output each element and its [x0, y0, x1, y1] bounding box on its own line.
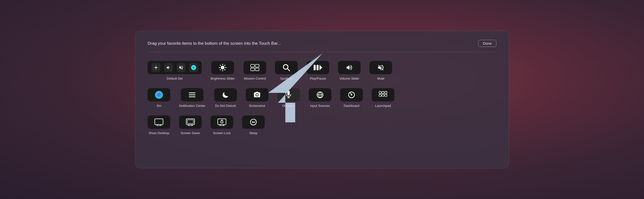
svg-point-29: [256, 94, 258, 96]
default-set-icon: [148, 61, 202, 74]
dashboard-label: Dashboard: [344, 104, 360, 108]
panel-header: Drag your favorite items to the bottom o…: [148, 40, 496, 52]
touchbar-customizer-panel: Drag your favorite items to the bottom o…: [135, 31, 509, 168]
do-not-disturb-label: Do Not Disturb: [215, 104, 236, 108]
svg-rect-16: [251, 64, 254, 67]
do-not-disturb-icon: [214, 88, 237, 101]
dashboard-icon: [340, 88, 363, 101]
grid-row-2: Siri Notification Center Do Not: [148, 88, 496, 108]
item-screen-saver[interactable]: Screen Saver: [179, 115, 202, 135]
svg-rect-39: [382, 91, 384, 94]
item-launchpad[interactable]: Launchpad: [372, 88, 394, 108]
mini-mute-icon: [176, 63, 186, 72]
svg-rect-19: [255, 68, 259, 71]
item-siri[interactable]: Siri: [148, 88, 170, 108]
sleep-icon: [242, 115, 265, 129]
mini-volume-icon: [164, 63, 173, 72]
svg-line-13: [224, 69, 225, 70]
svg-rect-44: [155, 119, 163, 125]
siri-label: Siri: [157, 104, 161, 108]
svg-rect-18: [251, 68, 254, 71]
item-dictation[interactable]: Dictation: [277, 88, 300, 108]
item-mute[interactable]: Mute: [370, 61, 392, 80]
item-sleep[interactable]: Sleep: [242, 115, 265, 135]
item-mission-control[interactable]: Mission Control: [244, 61, 266, 80]
svg-marker-24: [320, 65, 322, 70]
notification-center-label: Notification Center: [179, 104, 206, 108]
play-pause-icon: [306, 61, 329, 74]
spotlight-icon: [275, 61, 298, 74]
default-set-label: Default Set: [167, 77, 182, 80]
svg-point-1: [155, 67, 157, 69]
show-desktop-label: Show Desktop: [148, 131, 169, 135]
svg-line-15: [224, 65, 225, 66]
dictation-label: Dictation: [282, 104, 295, 108]
input-sources-icon: [309, 88, 331, 101]
volume-slider-icon: [338, 61, 360, 74]
mission-control-label: Mission Control: [244, 77, 266, 80]
screen-lock-label: Screen Lock: [213, 131, 231, 135]
svg-rect-57: [221, 121, 223, 123]
done-button[interactable]: Done: [478, 40, 496, 47]
svg-rect-17: [255, 64, 259, 67]
mini-siri-icon: [189, 63, 198, 72]
play-pause-label: Play/Pause: [310, 77, 326, 80]
screenshot-icon: [246, 88, 268, 101]
svg-rect-43: [385, 94, 387, 97]
sleep-label: Sleep: [249, 131, 257, 135]
volume-slider-label: Volume Slider: [340, 77, 359, 80]
item-volume-slider[interactable]: Volume Slider: [338, 61, 360, 80]
svg-rect-52: [188, 120, 194, 124]
launchpad-icon: [372, 88, 394, 101]
screen-saver-icon: [179, 115, 202, 129]
screen-saver-label: Screen Saver: [181, 131, 200, 135]
siri-icon: [148, 88, 170, 101]
svg-line-21: [288, 69, 290, 71]
item-input-sources[interactable]: Input Sources: [309, 88, 331, 108]
show-desktop-icon: [148, 115, 170, 129]
svg-line-12: [220, 65, 221, 66]
svg-line-14: [220, 69, 221, 70]
svg-rect-22: [314, 65, 316, 70]
brightness-slider-icon: [211, 61, 234, 74]
item-screenshot[interactable]: Screenshot: [246, 88, 268, 108]
item-brightness-slider[interactable]: Brightness Slider: [210, 61, 235, 80]
svg-line-37: [350, 93, 352, 94]
mute-icon: [370, 61, 392, 74]
svg-point-6: [191, 65, 196, 70]
mute-label: Mute: [377, 77, 384, 80]
items-grid: Default Set B: [148, 61, 496, 135]
svg-point-25: [155, 91, 163, 99]
grid-row-1: Default Set B: [148, 61, 496, 80]
item-screen-lock[interactable]: Screen Lock: [210, 115, 233, 135]
svg-rect-23: [316, 65, 318, 70]
mini-brightness-icon: [152, 63, 160, 72]
svg-rect-38: [379, 91, 381, 94]
item-do-not-disturb[interactable]: Do Not Disturb: [214, 88, 237, 108]
svg-rect-42: [382, 94, 384, 97]
svg-point-7: [221, 66, 224, 69]
notification-center-icon: [181, 88, 204, 101]
item-dashboard[interactable]: Dashboard: [340, 88, 363, 108]
brightness-slider-label: Brightness Slider: [210, 77, 235, 80]
item-notification-center[interactable]: Notification Center: [179, 88, 206, 108]
screenshot-label: Screenshot: [249, 104, 265, 108]
spotlight-label: Spotlight: [280, 77, 293, 80]
dictation-icon: [277, 88, 300, 101]
item-show-desktop[interactable]: Show Desktop: [148, 115, 170, 135]
grid-row-3: Show Desktop Screen Saver: [148, 115, 496, 135]
screen-lock-icon: [210, 115, 233, 129]
mission-control-icon: [244, 61, 266, 74]
item-default-set[interactable]: Default Set: [148, 61, 202, 80]
instruction-text: Drag your favorite items to the bottom o…: [148, 41, 281, 46]
svg-rect-40: [385, 91, 387, 94]
svg-rect-41: [379, 94, 381, 97]
item-play-pause[interactable]: Play/Pause: [306, 61, 329, 80]
launchpad-label: Launchpad: [375, 104, 391, 108]
item-spotlight[interactable]: Spotlight: [275, 61, 298, 80]
svg-rect-30: [287, 91, 290, 96]
input-sources-label: Input Sources: [310, 104, 330, 108]
